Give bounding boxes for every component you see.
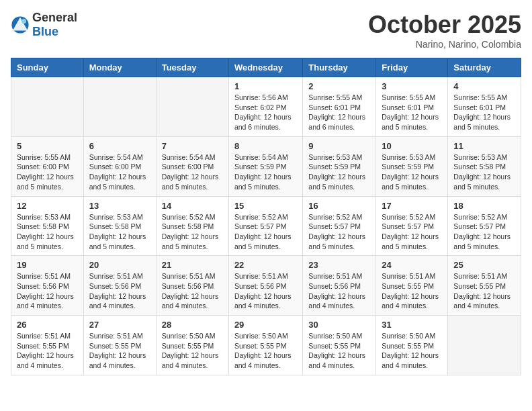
calendar-cell: 3Sunrise: 5:55 AM Sunset: 6:01 PM Daylig…	[376, 77, 448, 137]
calendar-cell: 23Sunrise: 5:51 AM Sunset: 5:56 PM Dayli…	[303, 256, 376, 316]
day-number: 21	[162, 260, 223, 270]
day-info: Sunrise: 5:51 AM Sunset: 5:56 PM Dayligh…	[162, 271, 223, 311]
weekday-header-tuesday: Tuesday	[156, 58, 228, 77]
weekday-header-friday: Friday	[376, 58, 448, 77]
logo-general: General	[32, 11, 77, 24]
calendar-cell: 16Sunrise: 5:52 AM Sunset: 5:57 PM Dayli…	[303, 196, 376, 256]
day-number: 28	[162, 320, 223, 330]
weekday-header-row: SundayMondayTuesdayWednesdayThursdayFrid…	[11, 58, 521, 77]
page-header: General Blue October 2025 Narino, Narino…	[11, 11, 521, 50]
calendar-cell: 20Sunrise: 5:51 AM Sunset: 5:56 PM Dayli…	[83, 256, 156, 316]
title-block: October 2025 Narino, Narino, Colombia	[368, 11, 521, 50]
day-number: 9	[308, 141, 370, 151]
day-number: 4	[453, 81, 515, 91]
calendar-table: SundayMondayTuesdayWednesdayThursdayFrid…	[11, 58, 521, 375]
day-info: Sunrise: 5:50 AM Sunset: 5:55 PM Dayligh…	[162, 331, 223, 371]
calendar-cell	[448, 316, 521, 375]
weekday-header-monday: Monday	[83, 58, 156, 77]
day-number: 22	[234, 260, 297, 270]
day-info: Sunrise: 5:51 AM Sunset: 5:55 PM Dayligh…	[382, 271, 442, 311]
day-number: 11	[453, 141, 515, 151]
day-info: Sunrise: 5:50 AM Sunset: 5:55 PM Dayligh…	[382, 331, 442, 371]
logo-text: General Blue	[32, 11, 77, 39]
weekday-header-sunday: Sunday	[11, 58, 84, 77]
day-number: 3	[382, 81, 442, 91]
day-info: Sunrise: 5:53 AM Sunset: 5:58 PM Dayligh…	[89, 212, 150, 252]
day-number: 31	[382, 320, 442, 330]
calendar-cell: 22Sunrise: 5:51 AM Sunset: 5:56 PM Dayli…	[228, 256, 302, 316]
day-info: Sunrise: 5:51 AM Sunset: 5:56 PM Dayligh…	[17, 271, 78, 311]
day-number: 12	[17, 201, 78, 211]
calendar-cell: 5Sunrise: 5:55 AM Sunset: 6:00 PM Daylig…	[11, 136, 84, 196]
logo-icon	[11, 15, 30, 34]
day-number: 8	[234, 141, 297, 151]
day-info: Sunrise: 5:53 AM Sunset: 5:59 PM Dayligh…	[308, 152, 370, 192]
calendar-cell: 24Sunrise: 5:51 AM Sunset: 5:55 PM Dayli…	[376, 256, 448, 316]
day-info: Sunrise: 5:51 AM Sunset: 5:55 PM Dayligh…	[453, 271, 515, 311]
day-info: Sunrise: 5:50 AM Sunset: 5:55 PM Dayligh…	[234, 331, 297, 371]
day-number: 23	[308, 260, 370, 270]
calendar-cell: 11Sunrise: 5:53 AM Sunset: 5:58 PM Dayli…	[448, 136, 521, 196]
week-row-3: 12Sunrise: 5:53 AM Sunset: 5:58 PM Dayli…	[11, 196, 521, 256]
logo: General Blue	[11, 11, 77, 39]
day-info: Sunrise: 5:52 AM Sunset: 5:57 PM Dayligh…	[382, 212, 442, 252]
location-subtitle: Narino, Narino, Colombia	[368, 39, 521, 50]
calendar-cell: 14Sunrise: 5:52 AM Sunset: 5:58 PM Dayli…	[156, 196, 228, 256]
day-info: Sunrise: 5:52 AM Sunset: 5:57 PM Dayligh…	[308, 212, 370, 252]
calendar-cell: 9Sunrise: 5:53 AM Sunset: 5:59 PM Daylig…	[303, 136, 376, 196]
day-info: Sunrise: 5:52 AM Sunset: 5:58 PM Dayligh…	[162, 212, 223, 252]
calendar-cell: 28Sunrise: 5:50 AM Sunset: 5:55 PM Dayli…	[156, 316, 228, 375]
calendar-cell	[156, 77, 228, 137]
day-number: 10	[382, 141, 442, 151]
calendar-cell: 12Sunrise: 5:53 AM Sunset: 5:58 PM Dayli…	[11, 196, 84, 256]
day-info: Sunrise: 5:55 AM Sunset: 6:01 PM Dayligh…	[308, 93, 370, 132]
calendar-cell	[11, 77, 84, 137]
day-number: 24	[382, 260, 442, 270]
day-number: 30	[308, 320, 370, 330]
day-info: Sunrise: 5:53 AM Sunset: 5:58 PM Dayligh…	[17, 212, 78, 252]
calendar-cell: 21Sunrise: 5:51 AM Sunset: 5:56 PM Dayli…	[156, 256, 228, 316]
svg-point-2	[21, 19, 26, 24]
week-row-1: 1Sunrise: 5:56 AM Sunset: 6:02 PM Daylig…	[11, 77, 521, 137]
day-info: Sunrise: 5:54 AM Sunset: 6:00 PM Dayligh…	[89, 152, 150, 192]
day-info: Sunrise: 5:51 AM Sunset: 5:56 PM Dayligh…	[234, 271, 297, 311]
day-number: 1	[234, 81, 297, 91]
calendar-cell: 13Sunrise: 5:53 AM Sunset: 5:58 PM Dayli…	[83, 196, 156, 256]
day-number: 14	[162, 201, 223, 211]
weekday-header-saturday: Saturday	[448, 58, 521, 77]
day-info: Sunrise: 5:53 AM Sunset: 5:58 PM Dayligh…	[453, 152, 515, 192]
day-info: Sunrise: 5:50 AM Sunset: 5:55 PM Dayligh…	[308, 331, 370, 371]
day-number: 15	[234, 201, 297, 211]
day-info: Sunrise: 5:51 AM Sunset: 5:56 PM Dayligh…	[308, 271, 370, 311]
day-number: 5	[17, 141, 78, 151]
day-number: 7	[162, 141, 223, 151]
calendar-cell: 10Sunrise: 5:53 AM Sunset: 5:59 PM Dayli…	[376, 136, 448, 196]
day-number: 18	[453, 201, 515, 211]
day-info: Sunrise: 5:52 AM Sunset: 5:57 PM Dayligh…	[234, 212, 297, 252]
day-info: Sunrise: 5:51 AM Sunset: 5:55 PM Dayligh…	[17, 331, 78, 371]
day-info: Sunrise: 5:52 AM Sunset: 5:57 PM Dayligh…	[453, 212, 515, 252]
day-number: 27	[89, 320, 150, 330]
day-info: Sunrise: 5:56 AM Sunset: 6:02 PM Dayligh…	[234, 93, 297, 132]
calendar-cell: 25Sunrise: 5:51 AM Sunset: 5:55 PM Dayli…	[448, 256, 521, 316]
weekday-header-thursday: Thursday	[303, 58, 376, 77]
calendar-cell: 18Sunrise: 5:52 AM Sunset: 5:57 PM Dayli…	[448, 196, 521, 256]
calendar-cell: 31Sunrise: 5:50 AM Sunset: 5:55 PM Dayli…	[376, 316, 448, 375]
day-info: Sunrise: 5:55 AM Sunset: 6:01 PM Dayligh…	[382, 93, 442, 132]
day-number: 25	[453, 260, 515, 270]
day-info: Sunrise: 5:55 AM Sunset: 6:00 PM Dayligh…	[17, 152, 78, 192]
day-info: Sunrise: 5:55 AM Sunset: 6:01 PM Dayligh…	[453, 93, 515, 132]
calendar-cell: 2Sunrise: 5:55 AM Sunset: 6:01 PM Daylig…	[303, 77, 376, 137]
calendar-cell: 6Sunrise: 5:54 AM Sunset: 6:00 PM Daylig…	[83, 136, 156, 196]
calendar-cell: 15Sunrise: 5:52 AM Sunset: 5:57 PM Dayli…	[228, 196, 302, 256]
calendar-cell: 1Sunrise: 5:56 AM Sunset: 6:02 PM Daylig…	[228, 77, 302, 137]
logo-blue: Blue	[32, 25, 58, 38]
day-info: Sunrise: 5:54 AM Sunset: 5:59 PM Dayligh…	[234, 152, 297, 192]
month-title: October 2025	[368, 11, 521, 39]
day-number: 26	[17, 320, 78, 330]
week-row-2: 5Sunrise: 5:55 AM Sunset: 6:00 PM Daylig…	[11, 136, 521, 196]
calendar-cell: 29Sunrise: 5:50 AM Sunset: 5:55 PM Dayli…	[228, 316, 302, 375]
day-info: Sunrise: 5:53 AM Sunset: 5:59 PM Dayligh…	[382, 152, 442, 192]
day-number: 6	[89, 141, 150, 151]
day-info: Sunrise: 5:54 AM Sunset: 6:00 PM Dayligh…	[162, 152, 223, 192]
